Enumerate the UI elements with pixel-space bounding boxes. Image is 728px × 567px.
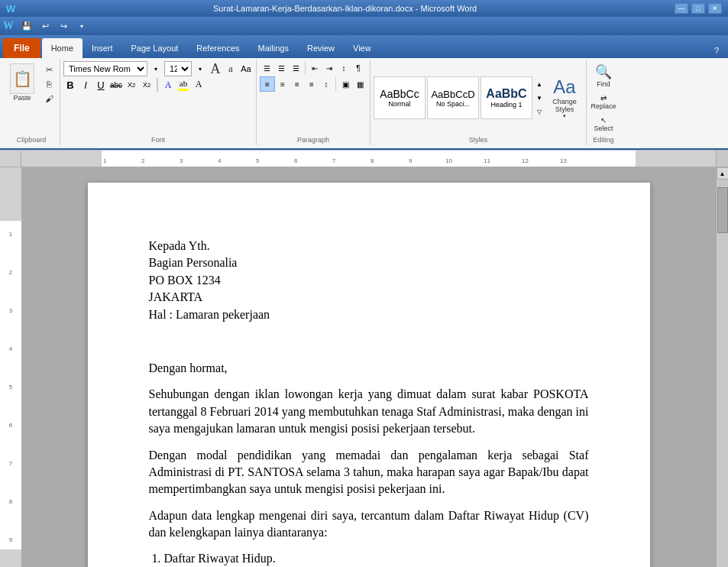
format-painter-button[interactable]: 🖌	[41, 92, 57, 105]
style-no-spacing[interactable]: AaBbCcD No Spaci...	[427, 76, 479, 119]
highlight-button[interactable]: ab	[176, 78, 190, 92]
svg-rect-13	[0, 167, 21, 221]
qa-dropdown-button[interactable]: ▾	[73, 18, 90, 34]
font-name-select[interactable]: Times New Rom	[63, 61, 147, 76]
underline-button[interactable]: U	[94, 78, 108, 92]
tab-file[interactable]: File	[3, 38, 40, 58]
paragraph-label: Paragraph	[297, 134, 329, 144]
tab-mailings[interactable]: Mailings	[249, 38, 298, 58]
style-more[interactable]: ▽	[534, 105, 545, 118]
multilevel-button[interactable]: ☰	[289, 61, 303, 75]
svg-text:2: 2	[141, 157, 145, 164]
scroll-track	[717, 180, 728, 567]
bold-button[interactable]: B	[63, 78, 77, 92]
window-title: Surat-Lamaran-Kerja-Berdasarkan-Iklan-di…	[15, 4, 675, 13]
style-scroll-down[interactable]: ▼	[534, 92, 545, 104]
superscript-button[interactable]: X2	[140, 78, 154, 92]
tab-review[interactable]: Review	[298, 38, 344, 58]
address-line3: PO BOX 1234	[149, 272, 589, 289]
font-name-dropdown[interactable]: ▾	[149, 62, 163, 76]
justify-button[interactable]: ≡	[305, 77, 319, 91]
clear-format-button[interactable]: Aa	[239, 62, 253, 76]
ribbon-help-button[interactable]: ?	[708, 43, 725, 58]
copy-button[interactable]: ⎘	[41, 77, 57, 91]
italic-button[interactable]: I	[79, 78, 92, 92]
main-area: 1 2 3 4 5 6 7 8 9 Kepada Yth. Bagian Per…	[0, 167, 728, 567]
decrease-indent-button[interactable]: ⇤	[308, 61, 322, 75]
svg-text:1: 1	[103, 157, 107, 164]
svg-text:5: 5	[9, 384, 13, 390]
font-size-dropdown[interactable]: ▾	[193, 62, 207, 76]
quick-access-toolbar: W 💾 ↩ ↪ ▾	[0, 17, 728, 35]
maximize-button[interactable]: □	[691, 3, 705, 14]
styles-group: AaBbCc Normal AaBbCcD No Spaci... AaBbC …	[370, 60, 587, 145]
scroll-thumb[interactable]	[717, 187, 728, 233]
ruler-scroll	[716, 151, 728, 167]
letter-address: Kepada Yth. Bagian Personalia PO BOX 123…	[149, 238, 589, 323]
scroll-up-button[interactable]: ▲	[717, 167, 729, 180]
address-line1: Kepada Yth.	[149, 238, 589, 254]
save-button[interactable]: 💾	[18, 18, 35, 34]
bullets-button[interactable]: ☰	[260, 61, 273, 75]
align-right-button[interactable]: ≡	[290, 77, 304, 91]
align-center-button[interactable]: ≡	[276, 77, 290, 91]
change-styles-button[interactable]: Aa ChangeStyles ▾	[546, 74, 583, 122]
style-heading1[interactable]: AaBbC Heading 1	[480, 76, 532, 119]
svg-text:4: 4	[9, 345, 13, 352]
clipboard-label: Clipboard	[17, 134, 47, 144]
svg-text:10: 10	[445, 157, 452, 164]
svg-text:9: 9	[409, 157, 413, 164]
font-color-button[interactable]: A	[192, 78, 205, 92]
list-item: Daftar Riwayat Hidup.	[164, 550, 589, 567]
show-marks-button[interactable]: ¶	[351, 61, 365, 75]
svg-text:13: 13	[560, 157, 567, 164]
svg-text:7: 7	[332, 157, 336, 164]
paragraph1: Sehubungan dengan iklan lowongan kerja y…	[149, 386, 589, 437]
style-normal[interactable]: AaBbCc Normal	[374, 76, 425, 119]
tab-home[interactable]: Home	[42, 38, 83, 58]
document-area: Kepada Yth. Bagian Personalia PO BOX 123…	[21, 167, 716, 567]
letter-list: Daftar Riwayat Hidup. Ijazah terakhir D3…	[149, 550, 589, 567]
style-scroll-up[interactable]: ▲	[534, 78, 545, 90]
increase-indent-button[interactable]: ⇥	[322, 61, 336, 75]
svg-text:8: 8	[9, 498, 13, 505]
font-size-select[interactable]: 12	[164, 61, 192, 76]
replace-button[interactable]: ⇄ Replace	[590, 92, 617, 112]
letter-body: Sehubungan dengan iklan lowongan kerja y…	[149, 386, 589, 541]
select-button[interactable]: ↖ Select	[590, 114, 617, 134]
find-button[interactable]: 🔍 Find	[590, 61, 617, 90]
align-left-button[interactable]: ≡	[260, 76, 275, 92]
vertical-scrollbar[interactable]: ▲ ▼	[716, 167, 728, 567]
ribbon-tab-bar: File Home Insert Page Layout References …	[0, 35, 728, 58]
svg-rect-15	[0, 549, 21, 567]
address-line5: Hal : Lamaran pekerjaan	[149, 306, 589, 323]
redo-button[interactable]: ↪	[55, 18, 72, 34]
cut-button[interactable]: ✂	[41, 63, 57, 76]
tab-page-layout[interactable]: Page Layout	[122, 38, 188, 58]
strikethrough-button[interactable]: abc	[109, 78, 123, 92]
paste-button[interactable]: 📋 Paste	[6, 61, 38, 105]
svg-text:8: 8	[370, 157, 374, 164]
subscript-button[interactable]: X2	[125, 78, 138, 92]
tab-references[interactable]: References	[187, 38, 248, 58]
shrink-font-button[interactable]: a	[224, 62, 238, 76]
sort-button[interactable]: ↕	[337, 61, 351, 75]
minimize-button[interactable]: —	[675, 3, 688, 14]
svg-text:11: 11	[484, 157, 490, 164]
line-spacing-button[interactable]: ↕	[319, 77, 333, 91]
styles-label: Styles	[469, 134, 488, 144]
document-page[interactable]: Kepada Yth. Bagian Personalia PO BOX 123…	[88, 183, 650, 567]
tab-insert[interactable]: Insert	[83, 38, 122, 58]
svg-text:12: 12	[522, 157, 529, 164]
text-effects-button[interactable]: A	[161, 78, 175, 92]
borders-button[interactable]: ▦	[353, 77, 367, 91]
close-button[interactable]: ✕	[708, 3, 722, 14]
numbering-button[interactable]: ☰	[274, 61, 288, 75]
paragraph3: Adapun data lengkap mengenai diri saya, …	[149, 507, 589, 542]
greeting-text: Dengan hormat,	[149, 360, 589, 377]
tab-view[interactable]: View	[344, 38, 380, 58]
shading-button[interactable]: ▣	[338, 77, 352, 91]
undo-button[interactable]: ↩	[37, 18, 53, 34]
grow-font-button[interactable]: A	[209, 62, 222, 76]
editing-group: 🔍 Find ⇄ Replace ↖ Select Editing	[587, 60, 620, 145]
